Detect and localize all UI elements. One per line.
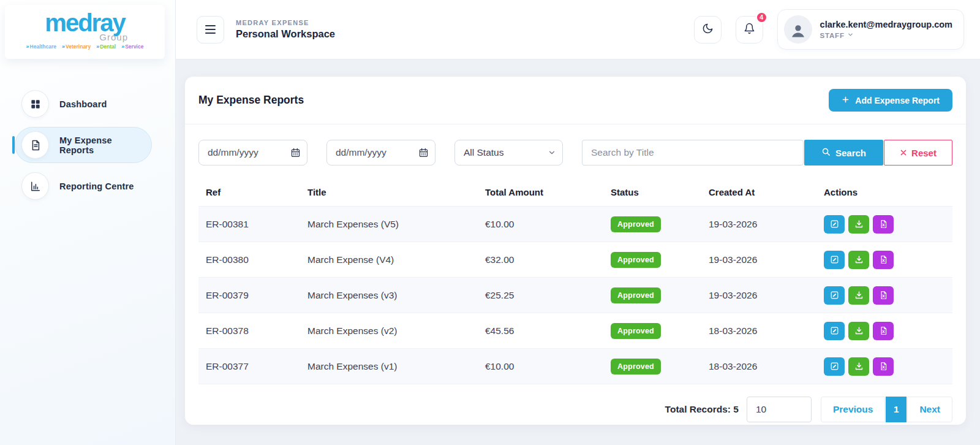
table-footer: Total Records: 5 Previous 1 Next: [185, 384, 966, 438]
table-row: ER-00378March Expenses (v2)€45.56Approve…: [198, 313, 952, 349]
page-title: My Expense Reports: [198, 94, 304, 107]
notification-count-badge: 4: [756, 12, 767, 23]
user-menu[interactable]: clarke.kent@medraygroup.com STAFF: [777, 9, 964, 50]
search-button-label: Search: [835, 148, 866, 158]
expense-table: RefTitleTotal AmountStatusCreated AtActi…: [198, 178, 952, 384]
dark-mode-toggle[interactable]: [694, 16, 722, 44]
sidebar-item-label: Dashboard: [59, 99, 107, 109]
previous-page-button[interactable]: Previous: [821, 397, 885, 422]
status-badge: Approved: [611, 252, 661, 268]
column-header-actions: Actions: [816, 178, 952, 207]
card-header: My Expense Reports Add Expense Report: [185, 77, 966, 124]
sidebar-item-my-expense-reports[interactable]: My Expense Reports: [15, 127, 152, 163]
reset-button-label: Reset: [911, 148, 937, 158]
bar-chart-icon: [21, 172, 49, 200]
date-to-field: [326, 140, 435, 165]
column-header-created-at: Created At: [701, 178, 816, 207]
topbar-titles: MEDRAY EXPENSE Personal Workspace: [236, 19, 335, 40]
file-excel-icon: [879, 255, 888, 264]
cell-status: Approved: [603, 207, 701, 242]
topbar-right: 4 clarke.kent@medraygroup.com STAFF: [694, 9, 964, 50]
sidebar-item-label: Reporting Centre: [59, 181, 134, 191]
cell-total-amount: €32.00: [478, 242, 603, 278]
document-icon: [21, 131, 49, 159]
export-excel-button[interactable]: [873, 251, 894, 269]
notifications-button[interactable]: 4: [736, 16, 763, 44]
user-info: clarke.kent@medraygroup.com STAFF: [820, 20, 952, 39]
next-page-button[interactable]: Next: [907, 397, 952, 422]
row-actions: [824, 242, 945, 277]
filter-bar: All Status Search: [185, 124, 966, 178]
export-excel-button[interactable]: [873, 357, 894, 376]
close-icon: [900, 148, 907, 158]
cell-title: March Expenses (v3): [300, 278, 478, 313]
edit-icon: [830, 326, 839, 335]
add-expense-report-label: Add Expense Report: [855, 96, 940, 105]
status-select[interactable]: All Status: [454, 140, 563, 165]
edit-icon: [830, 362, 839, 371]
export-excel-button[interactable]: [873, 286, 894, 305]
cell-title: March Expense (V4): [300, 242, 478, 278]
edit-report-button[interactable]: [824, 251, 845, 269]
edit-report-button[interactable]: [824, 215, 845, 234]
expense-reports-card: My Expense Reports Add Expense Report: [185, 77, 966, 425]
cell-actions: [816, 242, 952, 278]
sidebar-item-dashboard[interactable]: Dashboard: [15, 86, 152, 122]
main-area: MEDRAY EXPENSE Personal Workspace 4: [176, 0, 980, 445]
download-report-button[interactable]: [848, 251, 869, 269]
cell-title: March Expenses (v1): [300, 349, 478, 384]
cell-ref: ER-00380: [198, 242, 300, 278]
column-header-total-amount: Total Amount: [478, 178, 603, 207]
download-icon: [854, 362, 864, 371]
brand-tag-label: Healthcare: [30, 44, 56, 50]
app-root: medray Group »Healthcare»Veterinary»Dent…: [0, 0, 980, 445]
search-input[interactable]: [582, 140, 804, 165]
brand-tag-veterinary: »Veterinary: [62, 44, 91, 50]
download-report-button[interactable]: [848, 286, 869, 305]
download-report-button[interactable]: [848, 215, 869, 234]
cell-status: Approved: [603, 278, 701, 313]
edit-icon: [830, 291, 839, 300]
sidebar: medray Group »Healthcare»Veterinary»Dent…: [0, 0, 176, 445]
workspace-title: Personal Workspace: [236, 28, 335, 40]
cell-status: Approved: [603, 349, 701, 384]
export-excel-button[interactable]: [873, 322, 894, 340]
brand-logo[interactable]: medray Group »Healthcare»Veterinary»Dent…: [5, 5, 165, 59]
cell-title: March Expenses (V5): [300, 207, 478, 242]
date-from-input[interactable]: [198, 140, 307, 165]
user-role: STAFF: [820, 31, 952, 39]
download-report-button[interactable]: [848, 357, 869, 376]
page-size-input[interactable]: [747, 397, 812, 422]
hamburger-menu-button[interactable]: [197, 16, 224, 44]
brand-tag-service: »Service: [121, 44, 143, 50]
edit-report-button[interactable]: [824, 286, 845, 305]
edit-report-button[interactable]: [824, 322, 845, 340]
reset-button[interactable]: Reset: [884, 140, 952, 165]
cell-total-amount: €25.25: [478, 278, 603, 313]
table-row: ER-00381March Expenses (V5)€10.00Approve…: [198, 207, 952, 242]
row-actions: [824, 349, 945, 384]
download-report-button[interactable]: [848, 322, 869, 340]
brand-tag-label: Service: [125, 44, 143, 50]
cell-actions: [816, 313, 952, 349]
search-button[interactable]: Search: [804, 140, 883, 165]
status-badge: Approved: [611, 287, 661, 303]
download-icon: [854, 291, 864, 300]
cell-created-at: 19-03-2026: [701, 207, 816, 242]
sidebar-item-reporting-centre[interactable]: Reporting Centre: [15, 168, 152, 204]
export-excel-button[interactable]: [873, 215, 894, 234]
current-page-button[interactable]: 1: [886, 397, 907, 422]
avatar: [784, 15, 812, 44]
add-expense-report-button[interactable]: Add Expense Report: [829, 89, 952, 112]
search-field: [582, 140, 804, 165]
date-to-input[interactable]: [326, 140, 435, 165]
file-excel-icon: [879, 362, 888, 371]
expense-table-wrap: RefTitleTotal AmountStatusCreated AtActi…: [185, 178, 966, 384]
edit-icon: [830, 219, 839, 229]
pagination: Previous 1 Next: [821, 397, 952, 422]
cell-actions: [816, 207, 952, 242]
cell-actions: [816, 278, 952, 313]
table-row: ER-00377March Expenses (v1)€10.00Approve…: [198, 349, 952, 384]
edit-report-button[interactable]: [824, 357, 845, 376]
brand-tag-dental: »Dental: [96, 44, 116, 50]
